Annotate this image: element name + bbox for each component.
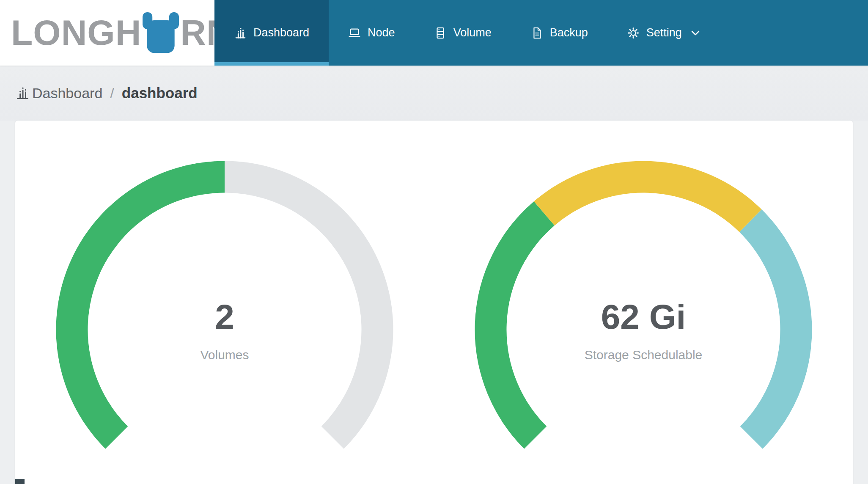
main-nav: Dashboard Node Volume [214,0,868,66]
volumes-gauge: 2 Volumes [51,156,398,484]
nav-label-backup: Backup [550,26,588,39]
logo-text-left: LONGH [11,12,141,53]
breadcrumb-bar: Dashboard / dashboard [0,66,868,121]
breadcrumb: Dashboard / dashboard [15,85,198,102]
storage-gauge: 62 Gi Storage Schedulable [470,156,817,484]
dashboard-icon [234,27,247,39]
breadcrumb-dashboard-icon [15,86,30,100]
storage-gauge-arc [470,156,817,484]
nav-label-volume: Volume [453,26,492,39]
bull-icon [143,12,179,54]
nav-item-volume[interactable]: Volume [415,0,511,66]
volume-icon [434,27,447,39]
backup-icon [530,27,543,39]
page: LONGH RN Dashboard [0,0,868,484]
breadcrumb-current-page: dashboard [122,85,198,102]
nav-item-node[interactable]: Node [329,0,415,66]
breadcrumb-separator: / [110,85,114,102]
nav-item-backup[interactable]: Backup [511,0,607,66]
dashboard-card: 2 Volumes 62 Gi Storage Schedulable [15,121,853,484]
nav-item-setting[interactable]: Setting [607,0,719,66]
nav-item-dashboard[interactable]: Dashboard [214,0,329,66]
longhorn-logo[interactable]: LONGH RN [11,12,233,54]
setting-icon [627,27,640,39]
volumes-gauge-section: 2 Volumes [15,121,434,484]
nav-label-setting: Setting [646,26,682,39]
node-icon [348,27,361,39]
storage-gauge-section: 62 Gi Storage Schedulable [434,121,853,484]
volumes-gauge-arc [51,156,398,484]
partial-element [15,479,25,484]
nav-label-dashboard: Dashboard [253,26,309,39]
app-header: LONGH RN Dashboard [0,0,868,66]
chevron-down-icon [691,30,700,36]
nav-label-node: Node [368,26,395,39]
breadcrumb-section[interactable]: Dashboard [32,85,102,102]
